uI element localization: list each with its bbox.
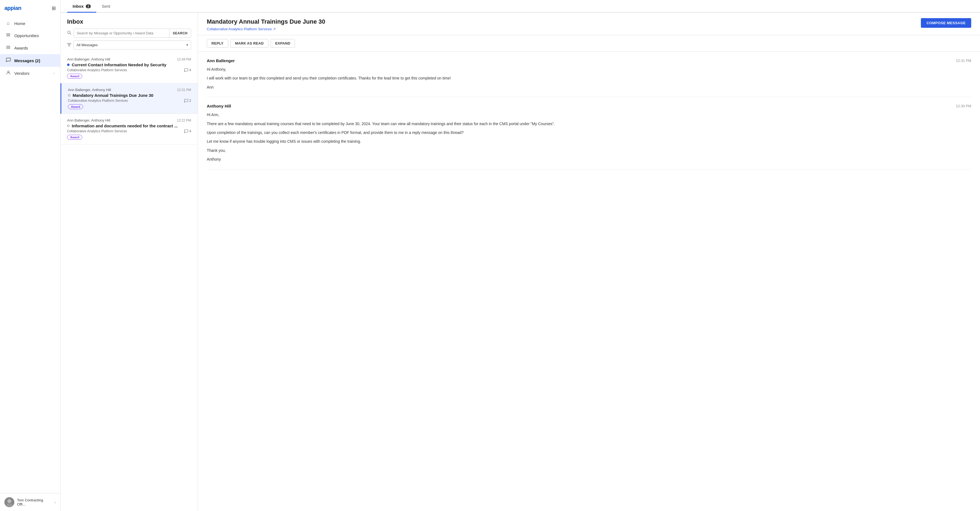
tab-inbox[interactable]: Inbox 2 — [67, 0, 96, 13]
search-input-wrap: SEARCH — [74, 29, 191, 38]
main-area: Inbox 2 Sent Inbox — [60, 0, 980, 511]
compose-button[interactable]: COMPOSE MESSAGE — [921, 18, 971, 28]
message-subject: Information and documents needed for the… — [72, 124, 178, 128]
external-link-icon: ↗ — [273, 27, 276, 31]
expand-button[interactable]: EXPAND — [270, 39, 295, 48]
vendors-icon — [5, 70, 11, 76]
message-reply-count: 4 — [184, 129, 191, 133]
tab-sent-label: Sent — [102, 4, 110, 8]
message-item[interactable]: Ann Ballenger, Anthony Hill 12:49 PM Cur… — [60, 53, 198, 83]
tab-inbox-count: 2 — [86, 5, 91, 8]
sidebar-item-label: Messages (2) — [14, 58, 55, 63]
message-time: 12:49 PM — [177, 57, 191, 61]
inbox-title: Inbox — [67, 18, 83, 25]
sidebar-footer: Tom Contracting Offi... ‹ — [0, 493, 60, 511]
detail-sender: Ann Ballenger — [207, 58, 235, 63]
message-service: Collaborative Analytics Platform Service… — [68, 99, 128, 103]
messages-icon — [5, 57, 11, 64]
sidebar-item-messages[interactable]: Messages (2) — [0, 54, 60, 67]
reply-button[interactable]: REPLY — [207, 39, 228, 48]
filter-icon — [67, 43, 71, 48]
message-panel-header: Inbox — [60, 13, 198, 29]
read-indicator — [68, 94, 70, 97]
detail-message: Ann Ballenger 12:31 PM Hi Anthony, I wil… — [207, 52, 971, 97]
message-from: Ann Ballenger, Anthony Hill — [68, 88, 111, 92]
svg-rect-1 — [6, 35, 10, 35]
tabs-bar: Inbox 2 Sent — [60, 0, 980, 13]
sidebar-item-vendors[interactable]: Vendors › — [0, 67, 60, 80]
awards-icon — [5, 45, 11, 51]
sidebar-nav: ⌂ Home Opportunities Awards — [0, 15, 60, 493]
collapse-icon[interactable]: ‹ — [54, 500, 56, 505]
detail-messages: Ann Ballenger 12:31 PM Hi Anthony, I wil… — [198, 52, 980, 511]
tab-inbox-label: Inbox — [73, 4, 84, 8]
chevron-down-icon: ▾ — [186, 43, 188, 47]
svg-point-8 — [8, 499, 11, 503]
detail-link[interactable]: Collaborative Analytics Platform Service… — [207, 27, 921, 31]
mark-as-read-button[interactable]: MARK AS READ — [231, 39, 268, 48]
sidebar-item-label: Home — [14, 21, 55, 26]
message-from: Ann Ballenger, Anthony Hill — [67, 118, 110, 123]
award-badge: Award — [67, 74, 82, 79]
home-icon: ⌂ — [5, 21, 11, 26]
svg-rect-2 — [6, 36, 10, 36]
svg-line-11 — [70, 33, 71, 34]
message-panel: Inbox SEARCH — [60, 13, 198, 511]
sidebar-item-awards[interactable]: Awards — [0, 42, 60, 54]
sidebar: appian ⊞ ⌂ Home Opportunities — [0, 0, 60, 511]
detail-header: Mandatory Annual Trainings Due June 30 C… — [198, 13, 980, 35]
sidebar-item-opportunities[interactable]: Opportunities — [0, 29, 60, 42]
content-area: Inbox SEARCH — [60, 13, 980, 511]
detail-link-text: Collaborative Analytics Platform Service… — [207, 27, 272, 31]
svg-rect-0 — [6, 33, 10, 34]
detail-message-body: Hi Ann, There are a few mandatory annual… — [207, 111, 971, 162]
detail-sender: Anthony Hill — [207, 104, 231, 108]
message-list: Ann Ballenger, Anthony Hill 12:49 PM Cur… — [60, 53, 198, 511]
award-badge: Award — [68, 104, 83, 109]
filter-dropdown[interactable]: All Messages ▾ — [73, 40, 191, 49]
search-icon — [67, 30, 72, 36]
detail-subject: Mandatory Annual Trainings Due June 30 — [207, 18, 921, 25]
list-icon — [5, 33, 11, 38]
svg-point-6 — [8, 71, 9, 73]
sidebar-item-label: Awards — [14, 46, 55, 50]
message-subject: Mandatory Annual Trainings Due June 30 — [73, 93, 153, 98]
grid-icon[interactable]: ⊞ — [52, 5, 56, 11]
tab-sent[interactable]: Sent — [96, 0, 116, 13]
award-badge: Award — [67, 135, 82, 140]
message-reply-count: 2 — [184, 99, 191, 103]
detail-panel: Mandatory Annual Trainings Due June 30 C… — [198, 13, 980, 511]
detail-message-time: 12:30 PM — [956, 104, 971, 108]
chevron-right-icon: › — [54, 71, 55, 75]
appian-logo[interactable]: appian — [5, 5, 21, 11]
appian-logo-text: appian — [5, 5, 21, 11]
user-name: Tom Contracting Offi... — [17, 498, 52, 506]
svg-rect-3 — [6, 46, 10, 46]
message-time: 12:31 PM — [177, 88, 191, 92]
message-service: Collaborative Analytics Platform Service… — [67, 129, 127, 133]
read-indicator — [67, 124, 70, 127]
avatar — [5, 497, 14, 507]
unread-indicator — [67, 64, 70, 66]
search-bar: SEARCH — [60, 29, 198, 40]
detail-message-body: Hi Anthony, I will work with our team to… — [207, 66, 971, 90]
detail-message-time: 12:31 PM — [956, 59, 971, 63]
filter-selected-label: All Messages — [76, 43, 98, 47]
search-input[interactable] — [74, 29, 169, 37]
svg-rect-5 — [6, 48, 10, 49]
sidebar-item-label: Vendors — [14, 71, 50, 76]
detail-message: Anthony Hill 12:30 PM Hi Ann, There are … — [207, 97, 971, 169]
message-subject: Current Contact Information Needed by Se… — [72, 62, 166, 67]
message-service: Collaborative Analytics Platform Service… — [67, 68, 127, 72]
svg-rect-4 — [6, 47, 10, 48]
sidebar-item-home[interactable]: ⌂ Home — [0, 18, 60, 29]
message-item[interactable]: Ann Ballenger, Anthony Hill 12:22 PM Inf… — [60, 114, 198, 144]
logo-area: appian ⊞ — [0, 0, 60, 15]
filter-bar: All Messages ▾ — [60, 40, 198, 53]
message-from: Ann Ballenger, Anthony Hill — [67, 57, 110, 61]
message-reply-count: 4 — [184, 68, 191, 72]
message-item[interactable]: Ann Ballenger, Anthony Hill 12:31 PM Man… — [60, 83, 198, 114]
detail-actions: REPLY MARK AS READ EXPAND — [198, 35, 980, 52]
search-button[interactable]: SEARCH — [169, 29, 191, 37]
message-time: 12:22 PM — [177, 119, 191, 123]
